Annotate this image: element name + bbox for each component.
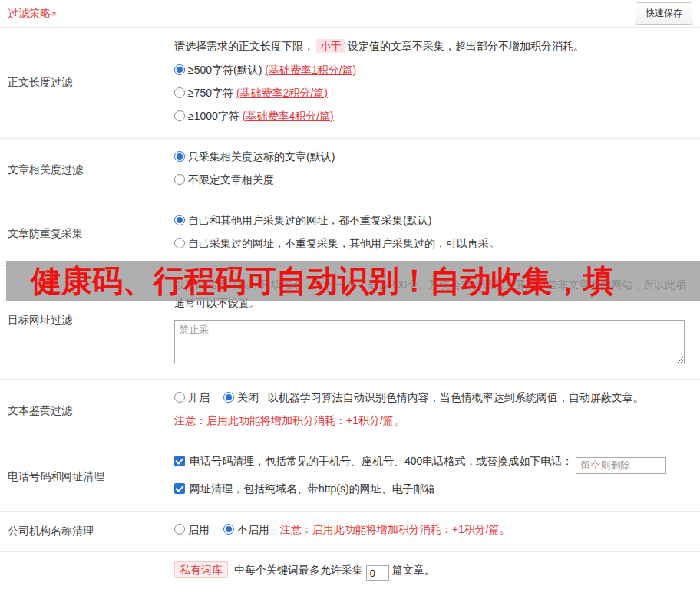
row-content-porn-filter: 开启 关闭 以机器学习算法自动识别色情内容，当色情概率达到系统阈值，自动屏蔽文章… xyxy=(174,380,700,443)
row-label-phone-url-clean: 电话号码和网址清理 xyxy=(0,443,174,511)
overlay-ad-banner: 健康码、行程码可自动识别！自动收集，填 xyxy=(6,261,700,301)
option-relevance-strict[interactable]: 只采集相关度达标的文章(默认) xyxy=(174,148,692,165)
row-company-clean: 公司机构名称清理 启用 不启用 注意：启用此功能将增加积分消耗：+1积分/篇。 xyxy=(0,512,700,552)
option-label: 关闭 xyxy=(237,391,259,403)
page-title-text: 过滤策略 xyxy=(8,7,51,19)
quick-save-button[interactable]: 快速保存 xyxy=(636,2,692,25)
option-label: 不限定文章相关度 xyxy=(188,173,274,186)
phone-clean-option[interactable]: 电话号码清理，包括常见的手机号、座机号、400电话格式，或替换成如下电话： xyxy=(174,452,692,474)
top-bar: 过滤策略» 快速保存 xyxy=(0,0,700,28)
option-porn-on[interactable]: 开启 xyxy=(174,391,210,403)
desc-before: 请选择需求的正文长度下限， xyxy=(174,40,314,52)
option-company-off[interactable]: 不启用 xyxy=(223,523,269,535)
limit-text-before: 中每个关键词最多允许采集 xyxy=(234,564,363,576)
url-clean-option[interactable]: 网址清理，包括纯域名、带http(s)的网址、电子邮箱 xyxy=(174,480,692,497)
replacement-phone-input[interactable] xyxy=(576,457,666,474)
row-phone-url-clean: 电话号码和网址清理 电话号码清理，包括常见的手机号、座机号、400电话格式，或替… xyxy=(0,443,700,512)
option-dedupe-global[interactable]: 自己和其他用户采集过的网址，都不重复采集(默认) xyxy=(174,212,692,229)
row-label-keyword-dedupe: 关键词防重复采集 xyxy=(0,552,174,589)
option-label: 自己和其他用户采集过的网址，都不重复采集(默认) xyxy=(188,214,431,226)
row-relevance-filter: 文章相关度过滤 只采集相关度达标的文章(默认) 不限定文章相关度 xyxy=(0,139,700,202)
radio-icon[interactable] xyxy=(174,392,185,403)
private-lexicon-tag: 私有词库 xyxy=(174,561,228,578)
radio-icon[interactable] xyxy=(174,174,185,185)
fee-note: (基础费率1积分/篇) xyxy=(265,64,356,76)
desc-highlight: 小于 xyxy=(316,39,345,53)
row-label-length-filter: 正文长度过滤 xyxy=(0,28,174,138)
blocked-domains-textarea[interactable] xyxy=(174,320,685,364)
fee-note: (基础费率4积分/篇) xyxy=(243,110,334,122)
row-label-relevance-filter: 文章相关度过滤 xyxy=(0,139,174,202)
radio-icon[interactable] xyxy=(174,151,185,162)
checkbox-icon[interactable] xyxy=(174,456,185,466)
porn-filter-desc: 以机器学习算法自动识别色情内容，当色情概率达到系统阈值，自动屏蔽文章。 xyxy=(268,391,644,403)
company-clean-options: 启用 不启用 注意：启用此功能将增加积分消耗：+1积分/篇。 xyxy=(174,521,692,538)
option-label: 启用 xyxy=(188,523,210,535)
porn-filter-options: 开启 关闭 以机器学习算法自动识别色情内容，当色情概率达到系统阈值，自动屏蔽文章… xyxy=(174,389,692,406)
option-dedupe-self[interactable]: 自己采集过的网址，不重复采集，其他用户采集过的，可以再采。 xyxy=(174,235,692,252)
radio-icon[interactable] xyxy=(223,392,234,403)
row-length-filter: 正文长度过滤 请选择需求的正文长度下限，小于设定值的文章不采集，超出部分不增加积… xyxy=(0,28,700,139)
keyword-limit-input[interactable] xyxy=(366,565,389,581)
phone-clean-label: 电话号码清理，包括常见的手机号、座机号、400电话格式，或替换成如下电话： xyxy=(190,455,573,467)
option-company-on[interactable]: 启用 xyxy=(174,523,210,535)
fee-note: (基础费率2积分/篇) xyxy=(236,87,328,99)
radio-icon[interactable] xyxy=(174,238,185,248)
row-content-dedupe-filter: 自己和其他用户采集过的网址，都不重复采集(默认) 自己采集过的网址，不重复采集，… xyxy=(174,202,700,265)
row-porn-filter: 文本鉴黄过滤 开启 关闭 以机器学习算法自动识别色情内容，当色情概率达到系统阈值… xyxy=(0,380,700,443)
row-content-relevance-filter: 只采集相关度达标的文章(默认) 不限定文章相关度 xyxy=(174,139,700,202)
row-keyword-dedupe: 关键词防重复采集 私有词库 中每个关键词最多允许采集 篇文章。 如果留空或设为0… xyxy=(0,552,700,589)
length-filter-desc: 请选择需求的正文长度下限，小于设定值的文章不采集，超出部分不增加积分消耗。 xyxy=(174,37,692,55)
option-label: 开启 xyxy=(188,391,210,403)
option-label: 不启用 xyxy=(237,523,269,535)
porn-filter-note: 注意：启用此功能将增加积分消耗：+1积分/篇。 xyxy=(174,412,692,429)
limit-text-after: 篇文章。 xyxy=(392,564,435,576)
radio-icon[interactable] xyxy=(174,87,185,98)
url-clean-label: 网址清理，包括纯域名、带http(s)的网址、电子邮箱 xyxy=(190,482,435,495)
row-content-length-filter: 请选择需求的正文长度下限，小于设定值的文章不采集，超出部分不增加积分消耗。 ≥5… xyxy=(174,28,700,138)
row-content-keyword-dedupe: 私有词库 中每个关键词最多允许采集 篇文章。 如果留空或设为0，则不限篇数。 如… xyxy=(174,552,700,589)
option-label: 自己采集过的网址，不重复采集，其他用户采集过的，可以再采。 xyxy=(188,237,500,249)
company-clean-note: 注意：启用此功能将增加积分消耗：+1积分/篇。 xyxy=(280,523,510,535)
option-porn-off[interactable]: 关闭 xyxy=(223,391,259,403)
keyword-limit-line: 私有词库 中每个关键词最多允许采集 篇文章。 xyxy=(174,561,692,581)
option-label: 只采集相关度达标的文章(默认) xyxy=(188,150,335,163)
option-relevance-any[interactable]: 不限定文章相关度 xyxy=(174,171,692,188)
radio-icon[interactable] xyxy=(174,215,185,225)
option-length-750[interactable]: ≥750字符 (基础费率2积分/篇) xyxy=(174,84,692,101)
radio-icon[interactable] xyxy=(223,524,234,535)
radio-icon[interactable] xyxy=(174,524,185,535)
page-title[interactable]: 过滤策略» xyxy=(8,7,58,21)
row-label-dedupe-filter: 文章防重复采集 xyxy=(0,202,174,265)
overlay-ad-text: 健康码、行程码可自动识别！自动收集，填 xyxy=(6,261,614,301)
row-content-company-clean: 启用 不启用 注意：启用此功能将增加积分消耗：+1积分/篇。 xyxy=(174,512,700,551)
desc-after: 设定值的文章不采集，超出部分不增加积分消耗。 xyxy=(348,40,584,52)
filter-settings-page: 过滤策略» 快速保存 正文长度过滤 请选择需求的正文长度下限，小于设定值的文章不… xyxy=(0,0,700,589)
checkbox-icon[interactable] xyxy=(174,483,185,494)
chevron-down-icon: » xyxy=(49,11,60,16)
radio-icon[interactable] xyxy=(174,110,185,121)
option-length-500[interactable]: ≥500字符(默认) (基础费率1积分/篇) xyxy=(174,61,692,78)
radio-icon[interactable] xyxy=(174,64,185,75)
row-dedupe-filter: 文章防重复采集 自己和其他用户采集过的网址，都不重复采集(默认) 自己采集过的网… xyxy=(0,202,700,266)
row-content-phone-url-clean: 电话号码清理，包括常见的手机号、座机号、400电话格式，或替换成如下电话： 网址… xyxy=(174,443,700,511)
option-label: ≥500字符(默认) xyxy=(188,64,265,76)
row-label-porn-filter: 文本鉴黄过滤 xyxy=(0,380,174,443)
option-length-1000[interactable]: ≥1000字符 (基础费率4积分/篇) xyxy=(174,107,692,124)
option-label: ≥1000字符 xyxy=(188,110,243,122)
option-label: ≥750字符 xyxy=(188,87,236,99)
row-label-company-clean: 公司机构名称清理 xyxy=(0,512,174,551)
